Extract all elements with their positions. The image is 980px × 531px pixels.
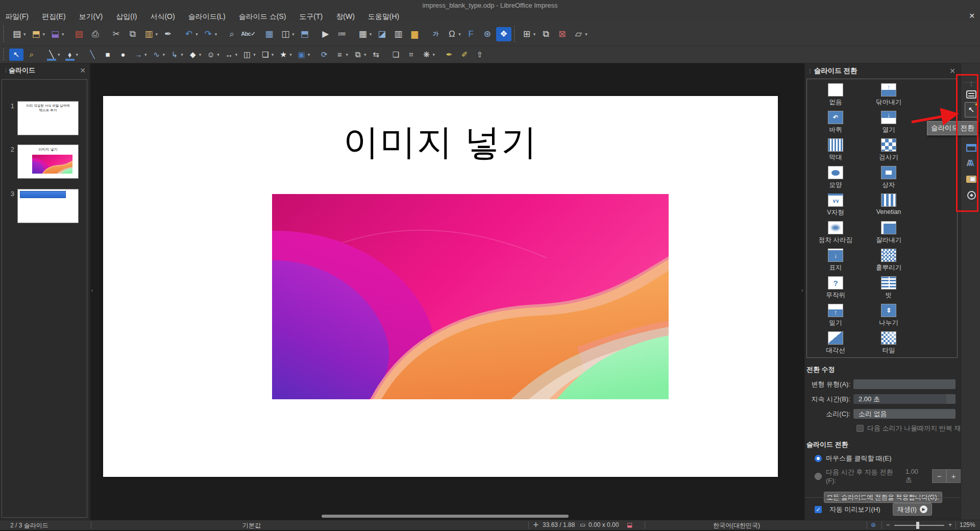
- zoom-in-button[interactable]: +: [948, 521, 952, 528]
- special-character-button[interactable]: Ω▾: [444, 27, 462, 41]
- auto-after-radio[interactable]: [815, 473, 822, 480]
- dropdown-arrow-icon[interactable]: ▾: [308, 52, 310, 57]
- dropdown-arrow-icon[interactable]: ▾: [195, 32, 198, 37]
- insert-image-button[interactable]: ◪: [374, 27, 389, 41]
- zoom-slider-track[interactable]: [894, 525, 944, 526]
- start-from-first-slide-button[interactable]: ▶: [318, 27, 333, 41]
- zoom-slider-handle[interactable]: [916, 522, 919, 529]
- toolbar-grip[interactable]: [3, 49, 7, 60]
- dropdown-arrow-icon[interactable]: ▾: [217, 52, 219, 57]
- export-pdf-button[interactable]: ▤: [71, 27, 87, 41]
- dropdown-arrow-icon[interactable]: ▾: [181, 52, 183, 57]
- dropdown-arrow-icon[interactable]: ▾: [215, 32, 217, 37]
- auto-preview-checkbox[interactable]: ✓: [815, 506, 822, 513]
- slide-thumbnail-1[interactable]: 미리 작성된 서식 파일 상자에텍스트 추가: [17, 101, 79, 135]
- copy-button[interactable]: ⧉: [125, 27, 140, 41]
- transition-option-venetian[interactable]: Venetian: [862, 194, 915, 221]
- basic-shapes-button[interactable]: ◆▾: [186, 49, 203, 61]
- dropdown-arrow-icon[interactable]: ▾: [364, 52, 366, 57]
- dropdown-arrow-icon[interactable]: ▾: [432, 52, 435, 57]
- dropdown-arrow-icon[interactable]: ▾: [292, 32, 295, 37]
- dropdown-arrow-icon[interactable]: ▾: [346, 52, 348, 57]
- cut-button[interactable]: ✂: [109, 27, 124, 41]
- fontwork-button[interactable]: F: [463, 27, 479, 41]
- open-button[interactable]: ⬒▾: [29, 27, 47, 41]
- transition-option-none[interactable]: 없음: [809, 83, 862, 111]
- transition-option-random[interactable]: ?무작위: [809, 276, 862, 304]
- dropdown-arrow-icon[interactable]: ▾: [76, 52, 79, 57]
- transition-option-cut[interactable]: 잘라내기: [862, 221, 915, 249]
- transition-option-wedge[interactable]: ∨∨V자형: [809, 194, 862, 221]
- connector-button[interactable]: ↳▾: [167, 49, 185, 61]
- symbol-shapes-button[interactable]: ☺▾: [204, 49, 221, 61]
- insert-line-button[interactable]: ╲: [85, 49, 100, 61]
- align-objects-button[interactable]: ≡▾: [332, 49, 350, 61]
- shapes-button[interactable]: ❖: [496, 27, 511, 41]
- on-mouse-click-radio[interactable]: [815, 455, 822, 462]
- zoom-out-button[interactable]: −: [886, 521, 890, 528]
- clone-formatting-button[interactable]: ✒: [160, 27, 176, 41]
- arrange-button[interactable]: ⧉▾: [351, 49, 368, 61]
- spelling-button[interactable]: Abc✓: [240, 27, 256, 41]
- shadow-button[interactable]: ❏: [388, 49, 403, 61]
- image-filter-button[interactable]: ❋▾: [419, 49, 436, 61]
- transition-option-comb[interactable]: 빗: [862, 276, 915, 304]
- menu-s[interactable]: 슬라이드 쇼(S): [239, 12, 286, 21]
- slide-style-status[interactable]: 기본값: [242, 521, 261, 530]
- select-button[interactable]: ↖: [9, 49, 23, 61]
- increase-time-button[interactable]: +: [946, 469, 961, 483]
- transition-option-tiles[interactable]: 타일: [862, 331, 915, 359]
- insert-text-box-button[interactable]: 가: [428, 27, 443, 41]
- display-grid-button[interactable]: ▦: [261, 27, 277, 41]
- dropdown-arrow-icon[interactable]: ▾: [370, 32, 372, 37]
- save-button[interactable]: ⬓▾: [47, 27, 66, 41]
- current-slide[interactable]: 이미지 넣기: [103, 96, 778, 477]
- zoom-pan-button[interactable]: ⌕: [24, 49, 39, 61]
- dropdown-arrow-icon[interactable]: ▾: [199, 52, 202, 57]
- close-panel-icon[interactable]: ✕: [80, 66, 86, 75]
- dropdown-arrow-icon[interactable]: ▾: [585, 32, 587, 37]
- crop-image-button[interactable]: ⌗: [404, 49, 418, 61]
- show-gluepoints-button[interactable]: ✐: [457, 49, 472, 61]
- insert-media-button[interactable]: ▥: [390, 27, 406, 41]
- curve-button[interactable]: ∿▾: [150, 49, 167, 61]
- slide-thumbnail-3[interactable]: [17, 189, 79, 223]
- transition-option-wheel[interactable]: ↶바퀴: [809, 111, 862, 138]
- dropdown-arrow-icon[interactable]: ▾: [62, 32, 64, 37]
- dropdown-arrow-icon[interactable]: ▾: [23, 32, 26, 37]
- slide-properties-button[interactable]: ▱▾: [571, 27, 589, 41]
- undo-button[interactable]: ↶▾: [181, 27, 200, 41]
- menu-h[interactable]: 도움말(H): [368, 12, 399, 21]
- menu-f[interactable]: 파일(F): [5, 12, 29, 21]
- paste-button[interactable]: ▥▾: [141, 27, 160, 41]
- new-document-button[interactable]: ▤▾: [9, 27, 28, 41]
- menu-i[interactable]: 삽입(I): [116, 12, 137, 21]
- lines-and-arrows-button[interactable]: →▾: [131, 49, 149, 61]
- edit-points-button[interactable]: ✒: [442, 49, 456, 61]
- fill-color-button[interactable]: ⬧▾: [63, 49, 80, 61]
- master-slide-button[interactable]: ⬒: [297, 27, 312, 41]
- transition-option-fade[interactable]: 점차 사라짐: [809, 221, 862, 249]
- rectangle-button[interactable]: ■: [101, 49, 115, 61]
- play-button[interactable]: 재생(I) ▶: [893, 503, 932, 516]
- stars-and-banners-button[interactable]: ★▾: [276, 49, 293, 61]
- dropdown-arrow-icon[interactable]: ▾: [533, 32, 536, 37]
- transition-option-push[interactable]: ↑밀기: [809, 304, 862, 331]
- slide-image[interactable]: [272, 194, 669, 399]
- dropdown-arrow-icon[interactable]: ▾: [289, 52, 292, 57]
- menu-w[interactable]: 창(W): [336, 12, 355, 21]
- transition-option-split[interactable]: ⇕나누기: [862, 304, 915, 331]
- maximize-button[interactable]: [957, 2, 964, 10]
- callout-shapes-button[interactable]: ❏▾: [258, 49, 276, 61]
- transition-option-wipe[interactable]: ↑닦아내기: [862, 83, 915, 111]
- language-status[interactable]: 한국어(대한민국): [713, 521, 760, 530]
- transition-option-box[interactable]: 상자: [862, 166, 915, 194]
- menu-e[interactable]: 편집(E): [42, 12, 66, 21]
- duration-spinbox[interactable]: 2.00 초: [853, 394, 955, 404]
- unsaved-changes-icon[interactable]: ⬓: [627, 521, 632, 528]
- insert-chart-button[interactable]: ▆: [407, 27, 422, 41]
- new-slide-button[interactable]: ⊞▾: [519, 27, 537, 41]
- transition-option-shape[interactable]: 모양: [809, 166, 862, 194]
- ellipse-button[interactable]: ●: [116, 49, 130, 61]
- print-button[interactable]: ⎙: [88, 27, 103, 41]
